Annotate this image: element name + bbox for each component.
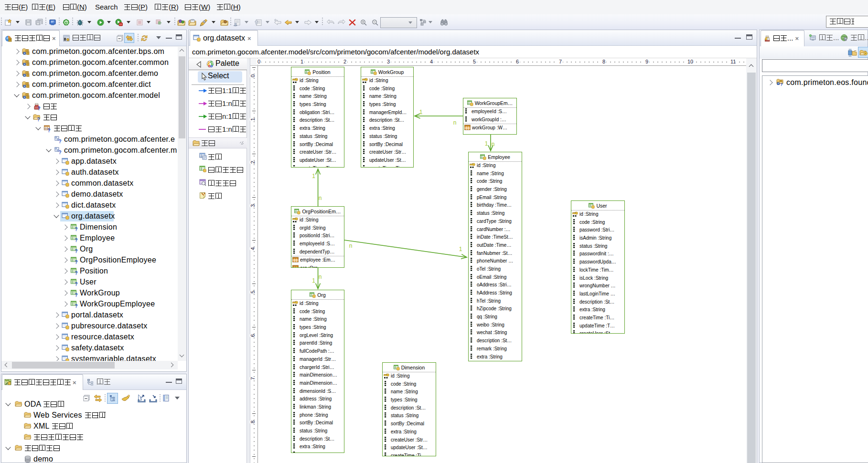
svg-text:?: ? xyxy=(75,227,78,232)
svg-text:n: n xyxy=(349,242,353,249)
svg-text:n: n xyxy=(319,274,322,280)
svg-text:?: ? xyxy=(75,238,78,242)
svg-text:?: ? xyxy=(75,293,78,297)
svg-text:n: n xyxy=(453,119,457,126)
svg-text:n: n xyxy=(492,141,495,147)
svg-text:?: ? xyxy=(75,304,78,308)
svg-text:n: n xyxy=(319,195,322,201)
svg-text:?: ? xyxy=(780,82,783,86)
svg-text:?: ? xyxy=(59,150,62,155)
svg-text:?: ? xyxy=(75,260,78,264)
svg-text:?: ? xyxy=(75,282,78,286)
svg-text:1: 1 xyxy=(419,109,423,116)
svg-text:?: ? xyxy=(75,249,78,253)
svg-text:1: 1 xyxy=(312,277,315,284)
svg-text:?: ? xyxy=(38,106,41,111)
svg-text:?: ? xyxy=(75,271,78,275)
svg-text:1: 1 xyxy=(485,140,488,147)
svg-text:?: ? xyxy=(59,139,62,144)
svg-text:?: ? xyxy=(48,128,51,133)
svg-text:1: 1 xyxy=(459,246,462,253)
svg-text:?: ? xyxy=(37,117,40,122)
svg-text:1: 1 xyxy=(312,173,315,179)
